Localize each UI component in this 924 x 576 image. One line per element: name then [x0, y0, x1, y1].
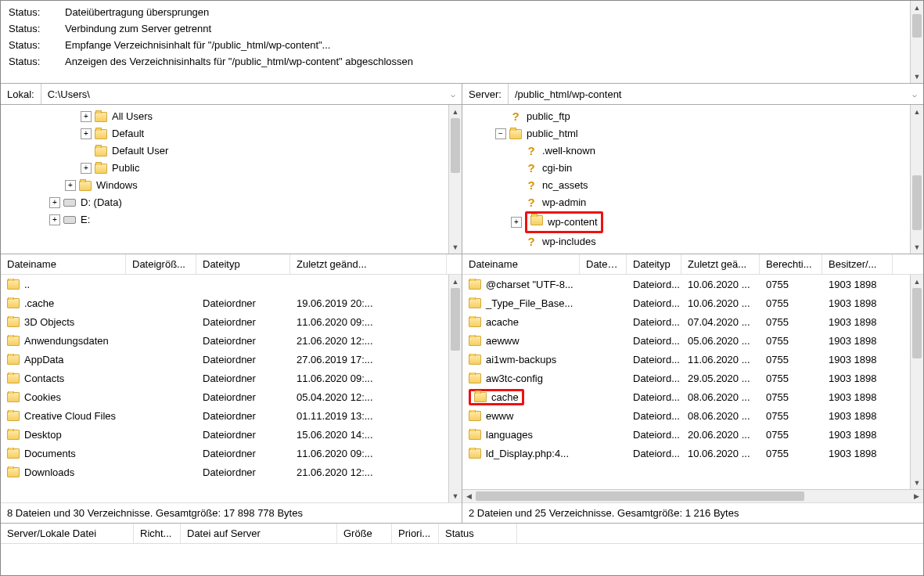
column-header[interactable]: Dateiname [462, 254, 580, 274]
tree-item[interactable]: +Windows [2, 177, 460, 194]
remote-list-hscrollbar[interactable]: ◀ ▶ [462, 489, 923, 502]
tree-item[interactable]: Default User [2, 142, 460, 160]
tree-item[interactable]: ?public_ftp [464, 108, 922, 125]
column-header[interactable]: Datei auf Server [181, 524, 337, 543]
column-header[interactable]: Zuletzt geänd... [290, 254, 447, 274]
list-item[interactable]: AppData Dateiordner 27.06.2019 17:... [1, 350, 462, 369]
unknown-icon: ? [525, 196, 538, 209]
folder-icon [469, 279, 481, 290]
list-item[interactable]: acache Dateiord... 07.04.2020 ... 0755 1… [462, 312, 923, 331]
list-item[interactable]: ewww Dateiord... 08.06.2020 ... 0755 190… [462, 406, 923, 425]
remote-summary: 2 Dateien und 25 Verzeichnisse. Gesamtgr… [462, 502, 923, 523]
list-item[interactable]: Downloads Dateiordner 21.06.2020 12:... [1, 463, 462, 481]
list-item[interactable]: aewww Dateiord... 05.06.2020 ... 0755 19… [462, 331, 923, 350]
list-item[interactable]: ai1wm-backups Dateiord... 11.06.2020 ...… [462, 350, 923, 369]
list-item[interactable]: ld_Display.php:4... Dateiord... 10.06.20… [462, 444, 923, 463]
column-header[interactable]: Besitzer/... [822, 254, 893, 274]
path-bar: Lokal: C:\Users\⌵ Server: /public_html/w… [1, 84, 923, 105]
list-item[interactable]: .cache Dateiordner 19.06.2019 20:... [1, 293, 462, 312]
folder-icon [469, 411, 481, 421]
tree-item[interactable]: ?wp-admin [464, 194, 922, 211]
chevron-down-icon[interactable]: ⌵ [451, 90, 455, 99]
unknown-icon: ? [509, 110, 522, 123]
list-item[interactable]: Creative Cloud Files Dateiordner 01.11.2… [1, 406, 462, 425]
folder-icon [95, 112, 107, 122]
folder-icon [469, 298, 481, 308]
remote-path-input[interactable]: /public_html/wp-content⌵ [508, 84, 923, 104]
tree-item[interactable]: +Public [2, 160, 460, 177]
unknown-icon: ? [525, 236, 538, 248]
list-item[interactable]: .. [1, 275, 462, 293]
expand-toggle[interactable]: + [81, 111, 92, 122]
list-item[interactable]: Anwendungsdaten Dateiordner 21.06.2020 1… [1, 331, 462, 350]
remote-tree-scrollbar[interactable]: ▲ ▼ [910, 105, 923, 254]
folder-icon [509, 129, 522, 139]
folder-icon [7, 411, 20, 421]
folder-icon [95, 129, 107, 139]
list-item[interactable]: Desktop Dateiordner 15.06.2020 14:... [1, 425, 462, 444]
column-header[interactable]: Status [439, 524, 517, 543]
chevron-down-icon[interactable]: ⌵ [912, 90, 917, 99]
tree-item[interactable]: −public_html [464, 125, 922, 142]
local-summary: 8 Dateien und 30 Verzeichnisse. Gesamtgr… [1, 502, 462, 523]
expand-toggle[interactable]: + [81, 163, 92, 174]
remote-list-scrollbar[interactable]: ▲ ▼ [910, 275, 923, 489]
list-item[interactable]: Documents Dateiordner 11.06.2020 09:... [1, 444, 462, 463]
tree-item[interactable]: +E: [2, 211, 460, 229]
log-line: Status:Dateiübertragung übersprungen [9, 4, 915, 20]
column-header[interactable]: Dateigröß... [126, 254, 196, 274]
log-line: Status:Empfange Verzeichnisinhalt für "/… [9, 37, 915, 53]
folder-icon [7, 355, 20, 365]
folder-icon [469, 317, 481, 327]
log-line: Status:Verbindung zum Server getrennt [9, 20, 915, 37]
expand-toggle[interactable]: + [65, 180, 76, 191]
unknown-icon: ? [525, 179, 538, 192]
list-item[interactable]: Contacts Dateiordner 11.06.2020 09:... [1, 369, 462, 387]
folder-icon [7, 373, 20, 383]
column-header[interactable]: Berechti... [760, 254, 822, 274]
log-scrollbar[interactable]: ▲ ▼ [910, 1, 923, 83]
expand-toggle[interactable]: + [49, 197, 60, 208]
tree-item[interactable]: +wp-content [464, 211, 922, 233]
tree-item[interactable]: ?.well-known [464, 142, 922, 160]
tree-item[interactable]: +All Users [2, 108, 460, 125]
list-item[interactable]: Cookies Dateiordner 05.04.2020 12:... [1, 387, 462, 406]
list-item[interactable]: aw3tc-config Dateiord... 29.05.2020 ... … [462, 369, 923, 387]
expand-toggle[interactable]: − [495, 128, 506, 139]
unknown-icon: ? [525, 145, 538, 157]
expand-toggle[interactable]: + [49, 214, 60, 225]
tree-item[interactable]: ?cgi-bin [464, 160, 922, 177]
tree-item[interactable]: +Default [2, 125, 460, 142]
list-item[interactable]: @charset "UTF-8... Dateiord... 10.06.202… [462, 275, 923, 293]
list-item[interactable]: _Type_File_Base... Dateiord... 10.06.202… [462, 293, 923, 312]
column-header[interactable]: Richt... [134, 524, 181, 543]
expand-toggle[interactable]: + [81, 128, 92, 139]
tree-item[interactable]: +D: (Data) [2, 194, 460, 211]
column-header[interactable]: Zuletzt geä... [681, 254, 760, 274]
column-header[interactable]: Dateiname [1, 254, 126, 274]
local-tree[interactable]: +All Users+DefaultDefault User+Public+Wi… [1, 105, 462, 254]
local-path-input[interactable]: C:\Users\⌵ [41, 84, 462, 104]
folder-icon [469, 373, 481, 383]
log-line: Status:Anzeigen des Verzeichnisinhalts f… [9, 53, 915, 70]
folder-icon [95, 164, 107, 174]
folder-icon [7, 336, 20, 346]
remote-file-list[interactable]: DateinameDateigr...DateitypZuletzt geä..… [462, 254, 923, 523]
column-header[interactable]: Server/Lokale Datei [1, 524, 134, 543]
folder-icon [469, 355, 481, 365]
local-file-list[interactable]: DateinameDateigröß...DateitypZuletzt geä… [1, 254, 462, 523]
list-item[interactable]: cache Dateiord... 08.06.2020 ... 0755 19… [462, 387, 923, 406]
column-header[interactable]: Dateityp [196, 254, 290, 274]
tree-item[interactable]: ?wp-includes [464, 233, 922, 250]
list-item[interactable]: languages Dateiord... 20.06.2020 ... 075… [462, 425, 923, 444]
column-header[interactable]: Größe [337, 524, 392, 543]
local-tree-scrollbar[interactable]: ▲ ▼ [448, 105, 462, 254]
column-header[interactable]: Priori... [392, 524, 439, 543]
expand-toggle[interactable]: + [511, 217, 522, 228]
column-header[interactable]: Dateityp [627, 254, 681, 274]
tree-item[interactable]: ?nc_assets [464, 177, 922, 194]
remote-tree[interactable]: ?public_ftp−public_html?.well-known?cgi-… [462, 105, 923, 254]
list-item[interactable]: 3D Objects Dateiordner 11.06.2020 09:... [1, 312, 462, 331]
column-header[interactable]: Dateigr... [580, 254, 627, 274]
local-list-scrollbar[interactable]: ▲ ▼ [448, 275, 462, 502]
